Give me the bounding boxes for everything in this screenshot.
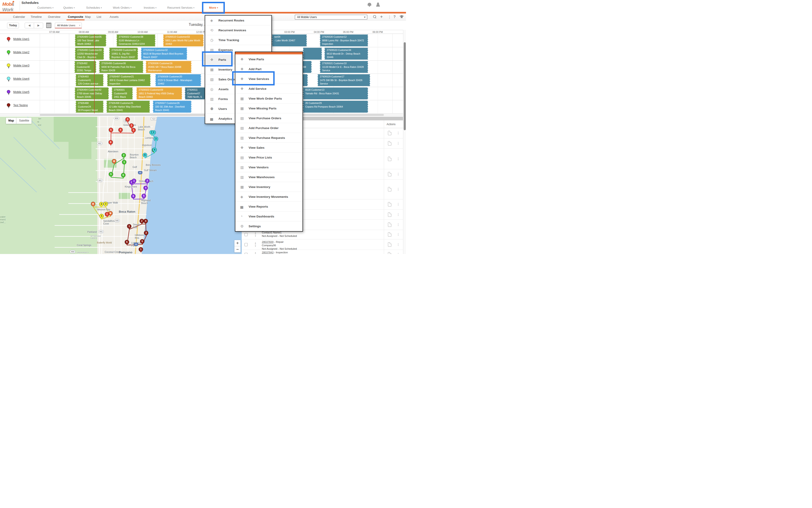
route-stop-pin[interactable]: 3 <box>154 137 158 141</box>
view-tab[interactable]: Composite <box>68 15 83 20</box>
work-order-event-block[interactable]: 27926497 Customer21 300 E Ocean Ave Lant… <box>107 74 151 86</box>
work-order-event-block[interactable]: 27926489 Customer05 100 Test Street Lake… <box>75 35 106 46</box>
route-stop-pin[interactable]: 4 <box>143 219 148 223</box>
nav-menu-item[interactable]: Recurrent Services ▾ <box>167 6 195 9</box>
more-menu-item[interactable]: ◷ Time Tracking <box>205 35 271 45</box>
map-zoom-in-button[interactable]: + <box>234 240 241 246</box>
more-menu-item[interactable]: ⟲ Recurrent Invoices <box>205 25 271 35</box>
nav-menu-item[interactable]: Work Orders ▾ <box>113 6 132 9</box>
route-stop-pin[interactable]: 1 <box>105 212 109 216</box>
work-order-event-block[interactable]: 27926504 Customer32 6615 W Boynton Beach… <box>141 48 187 59</box>
row-kebab-menu-icon[interactable]: ⋮ <box>397 172 400 176</box>
parts-submenu-item[interactable]: ▅ View Reports <box>235 202 302 212</box>
work-order-event-block[interactable]: 27926510 Customer03 5801 Lake Worth Rd L… <box>163 35 204 46</box>
route-stop-pin[interactable]: 3 <box>125 117 130 122</box>
view-tab[interactable]: Assets <box>110 15 119 20</box>
parts-submenu-item[interactable]: ◔ View Dashboards <box>235 212 302 221</box>
route-stop-pin[interactable]: 5 <box>140 239 144 244</box>
work-order-event-block[interactable]: 27926495 Customer06 9400 W Palmetto Park… <box>99 61 143 73</box>
toolbar-users-filter-select[interactable]: All Mobile Users∨ <box>55 23 82 28</box>
mobiwork-logo[interactable]: MobiWork <box>2 1 19 10</box>
view-tab[interactable]: Calendar <box>13 15 25 20</box>
route-stop-pin[interactable]: 1 <box>139 247 143 252</box>
route-stop-pin[interactable]: 4 <box>99 202 103 206</box>
route-stop-pin[interactable]: 1 <box>127 224 131 228</box>
route-stop-pin[interactable]: 3 <box>144 231 148 235</box>
route-stop-pin[interactable]: 5 <box>99 214 104 218</box>
training-graduation-icon[interactable] <box>399 16 404 18</box>
route-stop-pin[interactable]: 1 <box>131 128 136 132</box>
document-action-icon[interactable] <box>388 222 391 227</box>
help-icon[interactable]: ? <box>393 15 396 19</box>
document-action-icon[interactable] <box>388 202 391 207</box>
route-stop-pin[interactable]: 3 <box>145 179 149 183</box>
user-profile-icon[interactable] <box>376 2 380 7</box>
previous-day-button[interactable]: ◀ <box>25 23 34 28</box>
route-stop-pin[interactable]: 4 <box>118 128 123 132</box>
route-stop-pin[interactable]: 2 <box>152 130 156 134</box>
row-kebab-menu-icon[interactable]: ⋮ <box>397 187 400 191</box>
row-checkbox[interactable] <box>245 233 248 236</box>
document-action-icon[interactable] <box>388 212 391 217</box>
nav-menu-item[interactable]: Customers ▾ <box>37 6 53 9</box>
route-stop-pin[interactable]: 6 <box>121 173 125 177</box>
view-tab[interactable]: Map <box>85 15 91 20</box>
row-kebab-menu-icon[interactable]: ⋮ <box>397 157 400 161</box>
document-action-icon[interactable] <box>388 187 391 192</box>
route-stop-pin[interactable]: 1 <box>132 179 136 183</box>
today-button[interactable]: Today <box>7 23 19 28</box>
view-tab[interactable]: List <box>97 15 101 20</box>
route-stop-pin[interactable]: 6 <box>125 240 129 244</box>
document-action-icon[interactable] <box>388 232 391 237</box>
parts-submenu-item[interactable]: ▤ Add Purchase Order <box>235 123 302 133</box>
row-kebab-menu-icon[interactable]: ⋮ <box>397 232 400 236</box>
document-action-icon[interactable] <box>388 141 391 145</box>
work-order-list-row[interactable]: ▲≡▼ 28037839 - Repair Company06 Not Assi… <box>242 239 403 250</box>
row-kebab-menu-icon[interactable]: ⋮ <box>397 202 400 206</box>
parts-submenu-item[interactable]: ▤ View Price Lists <box>235 153 302 162</box>
search-icon[interactable] <box>373 15 377 18</box>
parts-submenu-item[interactable]: ▤ View Purchase Orders <box>235 113 302 123</box>
work-order-event-block[interactable]: 27926502 Customer38 5100 Melaleuca Ln - … <box>117 35 155 46</box>
satellite-view-button[interactable]: Satellite <box>16 118 32 124</box>
work-order-event-block[interactable]: 27926501 Customer08 2451 Black Olive Blv… <box>112 87 133 99</box>
route-stop-pin[interactable]: 5 <box>142 194 146 198</box>
work-order-event-block[interactable]: 27926499 Customer39 10951 S, Jog Rd - Bo… <box>109 48 138 59</box>
nav-menu-item[interactable]: Schedules ▾ <box>86 6 102 9</box>
routes-map[interactable]: GreenacresLake Worth BeachLantanaHypolux… <box>0 117 242 254</box>
work-order-event-block[interactable]: 27926503 Customer09 1851 S Federal Hwy #… <box>136 87 182 99</box>
kebab-menu-icon[interactable]: ⋮ <box>388 15 391 19</box>
drag-sort-icon[interactable]: ▲≡▼ <box>254 252 257 254</box>
parts-submenu-item[interactable]: ❖ View Parts <box>235 54 302 64</box>
row-kebab-menu-icon[interactable]: ⋮ <box>397 131 400 135</box>
work-order-event-block[interactable] <box>303 48 322 59</box>
route-stop-pin[interactable]: 3 <box>103 202 108 206</box>
work-order-event-block[interactable]: 6528 Customer13 Yamato Rd - Boca Raton 3… <box>303 87 368 99</box>
work-order-event-block[interactable]: 27926494 Customer42 1700 dover road Delr… <box>75 87 109 99</box>
work-order-number-link[interactable]: 28037839 <box>262 241 273 243</box>
work-order-event-block[interactable]: 27926506 Customer16 20455 SR 7 Boca Rato… <box>146 61 191 73</box>
work-order-event-block[interactable]: 27926529 Customer17 1475 SW 8th St - Boy… <box>317 74 370 86</box>
work-order-event-block[interactable]: ner04 - Lake Worth 33467 <box>272 35 307 46</box>
nav-menu-item[interactable]: Quotes ▾ <box>63 6 75 9</box>
work-order-event-block[interactable]: 27926493 Customer41 125 Croton avenue - … <box>76 74 103 86</box>
work-order-event-block[interactable]: 27926533 Customer34 6610 Moonlit Dr - De… <box>325 48 368 59</box>
parts-submenu-item[interactable]: ▦ View Missing Parts <box>235 103 302 113</box>
vertical-scrollbar-thumb[interactable] <box>404 42 406 130</box>
document-action-icon[interactable] <box>388 252 391 254</box>
mobile-user-link[interactable]: Test Testing <box>13 104 28 107</box>
work-order-number-link[interactable]: 28037843 <box>262 251 273 254</box>
parts-submenu-item[interactable]: ▦ View Work Order Parts <box>235 94 302 103</box>
mobile-user-link[interactable]: Mobile User3 <box>13 64 30 67</box>
work-order-event-block[interactable]: 27926490 Customer33 12250 Westchester Cl… <box>75 48 104 59</box>
mobile-users-filter-select[interactable]: All Mobile Users▼ <box>295 15 368 19</box>
work-order-event-block[interactable]: 26 Customer29 Copans Rd Pompano Beach 33… <box>303 101 368 113</box>
parts-submenu-item[interactable]: ❖ View Sales <box>235 143 302 153</box>
row-kebab-menu-icon[interactable]: ⋮ <box>397 223 400 226</box>
route-stop-pin[interactable]: 6 <box>143 153 147 157</box>
work-order-event-block[interactable]: 27926498 Customer25 12 Little Harbor Way… <box>106 101 150 113</box>
row-checkbox[interactable] <box>245 243 248 246</box>
more-menu-item[interactable]: ◈ Recurrent Routes <box>205 15 271 25</box>
document-action-icon[interactable] <box>388 242 391 247</box>
calendar-picker-icon[interactable] <box>46 23 51 28</box>
